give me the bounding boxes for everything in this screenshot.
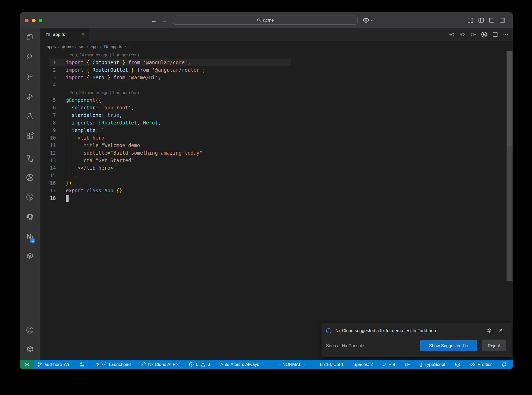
nx-run-icon[interactable] xyxy=(481,31,487,38)
auto-attach-status[interactable]: Auto Attach: Always xyxy=(220,362,259,367)
account-icon[interactable] xyxy=(20,323,40,337)
nx-console-icon[interactable] xyxy=(20,190,40,204)
breadcrumb-item[interactable]: app xyxy=(90,44,98,49)
breadcrumb-item[interactable]: src xyxy=(79,44,84,49)
extensions-icon[interactable] xyxy=(20,129,40,143)
notifications-bell[interactable] xyxy=(501,362,507,367)
notification-settings-icon[interactable] xyxy=(487,328,492,333)
scrollbar-thumb-lower[interactable] xyxy=(507,146,513,281)
code-row: 4 xyxy=(40,81,505,89)
nav-back-icon[interactable]: ← xyxy=(151,12,157,28)
prev-change-icon[interactable] xyxy=(449,32,455,37)
status-bar: add-hero Launchpad Nx Cloud AI Fix 0 0 xyxy=(20,360,513,369)
blame-row: You, 24 minutes ago | 1 author (You) xyxy=(40,89,505,96)
blame-row: You, 24 minutes ago | 1 author (You) xyxy=(40,51,505,59)
copilot-status[interactable] xyxy=(455,362,460,367)
tab-label: app.ts xyxy=(53,32,78,37)
customize-layout-icon[interactable] xyxy=(467,17,474,23)
testing-icon[interactable] xyxy=(20,109,40,123)
editor-group: TS app.ts ✕ apps › demo › src xyxy=(40,28,513,360)
tab-close-icon[interactable]: ✕ xyxy=(81,32,85,37)
code-row: 14 ></lib-hero> xyxy=(40,164,505,172)
code-row: 13 cta="Get Started" xyxy=(40,157,505,164)
breadcrumb-file[interactable]: app.ts xyxy=(110,44,122,49)
breadcrumb-more[interactable]: ... xyxy=(128,44,132,49)
more-actions-icon[interactable] xyxy=(503,32,509,37)
language-status[interactable]: {}TypeScript xyxy=(420,362,445,367)
current-change-icon[interactable] xyxy=(460,32,466,37)
status-left: add-hero Launchpad Nx Cloud AI Fix 0 0 xyxy=(34,360,259,369)
code-row: 11 title="Welcmoe demo" xyxy=(40,142,505,149)
copilot-icon xyxy=(363,17,369,23)
command-center-search[interactable]: acme xyxy=(173,16,358,25)
nx-console-view-icon[interactable]: N› 3 xyxy=(20,229,40,243)
code-row: 10 <lib-hero xyxy=(40,134,505,142)
code-row: 15 `, xyxy=(40,172,505,179)
run-debug-icon[interactable] xyxy=(20,90,40,104)
nx-badge: 3 xyxy=(30,238,35,243)
next-change-icon[interactable] xyxy=(470,32,476,37)
double-check-icon xyxy=(470,362,475,367)
show-suggested-fix-button[interactable]: Show Suggested Fix xyxy=(420,340,477,351)
git-graph-status[interactable] xyxy=(79,362,84,367)
source-control-icon[interactable] xyxy=(20,70,40,84)
notification-message: Nx Cloud suggested a fix for demo:test i… xyxy=(335,327,437,334)
nx-cloud-fix-status[interactable]: Nx Cloud AI Fix xyxy=(141,362,178,367)
nx-graph-icon[interactable] xyxy=(20,170,40,185)
breadcrumb-item[interactable]: apps xyxy=(46,44,56,49)
scrollbar-thumb[interactable] xyxy=(507,51,513,146)
warnings-icon xyxy=(201,362,205,367)
nav-forward-icon[interactable]: → xyxy=(161,12,168,28)
code-area[interactable]: You, 24 minutes ago | 1 author (You)1imp… xyxy=(40,52,513,360)
toggle-secondary-sidebar-icon[interactable] xyxy=(499,17,506,23)
errors-icon xyxy=(189,362,194,367)
launchpad-status[interactable]: Launchpad xyxy=(95,362,131,367)
remote-indicator[interactable] xyxy=(20,360,34,369)
indentation-status[interactable]: Spaces: 2 xyxy=(353,362,373,367)
problems-status[interactable]: 0 0 xyxy=(189,362,210,367)
toggle-panel-icon[interactable] xyxy=(489,17,495,23)
wrench-icon xyxy=(141,362,146,367)
traffic-light-zoom[interactable] xyxy=(39,19,42,22)
activity-bar: N› 3 xyxy=(20,28,40,360)
chevron-right-icon: › xyxy=(124,44,126,49)
reject-button[interactable]: Reject xyxy=(482,340,506,351)
code-row: 16}) xyxy=(40,179,505,187)
breadcrumb-item[interactable]: demo xyxy=(62,44,72,49)
traffic-light-close[interactable] xyxy=(25,19,29,22)
chevron-right-icon: › xyxy=(87,44,88,49)
copilot-icon xyxy=(455,362,460,367)
traffic-light-minimize[interactable] xyxy=(32,19,36,22)
chevron-right-icon: › xyxy=(100,44,101,49)
cloud-upload-icon xyxy=(64,362,69,367)
edge-browser-icon[interactable] xyxy=(20,210,40,224)
project-structure-icon[interactable] xyxy=(20,152,40,166)
code-row: 8 imports: [RouterOutlet, Hero], xyxy=(40,119,505,127)
vim-mode-status[interactable]: -- NORMAL -- xyxy=(273,362,310,367)
code-row: 18 xyxy=(40,194,505,202)
cursor-position-status[interactable]: Ln 18, Col 1 xyxy=(320,362,344,367)
eol-status[interactable]: LF xyxy=(405,362,410,367)
tab-app-ts[interactable]: TS app.ts ✕ xyxy=(40,28,89,41)
search-view-icon[interactable] xyxy=(20,50,40,64)
vscode-window: ← → acme xyxy=(20,12,513,369)
split-editor-icon[interactable] xyxy=(492,32,498,37)
breadcrumb: apps › demo › src › app › TS app.ts › ..… xyxy=(40,41,513,52)
encoding-status[interactable]: UTF-8 xyxy=(383,362,395,367)
containers-icon[interactable] xyxy=(20,249,40,263)
prettier-status[interactable]: Prettier xyxy=(470,362,492,367)
code-row: 17export class App {} xyxy=(40,187,505,194)
toggle-primary-sidebar-icon[interactable] xyxy=(478,17,484,23)
copilot-menu[interactable] xyxy=(363,12,373,28)
search-value: acme xyxy=(263,18,274,23)
main-area: N› 3 TS app.ts ✕ xyxy=(20,28,513,360)
settings-gear-icon[interactable] xyxy=(20,343,40,357)
editor-actions xyxy=(449,28,509,41)
chevron-right-icon: › xyxy=(58,44,59,49)
notification-close-icon[interactable]: ✕ xyxy=(499,327,503,333)
bell-icon xyxy=(501,362,507,367)
tab-bar: TS app.ts ✕ xyxy=(40,28,513,41)
branch-status[interactable]: add-hero xyxy=(37,362,69,367)
explorer-icon[interactable] xyxy=(20,30,40,44)
search-icon xyxy=(257,18,261,22)
